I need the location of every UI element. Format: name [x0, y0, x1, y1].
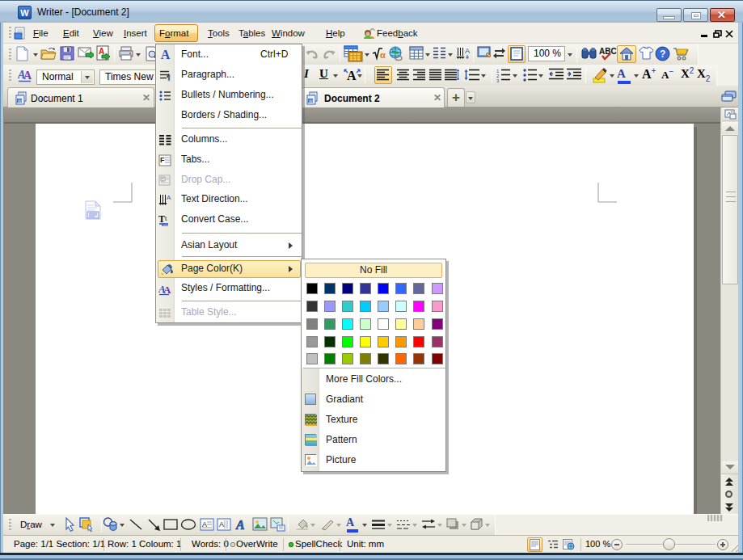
svg-text:T: T	[158, 213, 165, 225]
svg-text:A: A	[167, 194, 171, 201]
svg-text:¶: ¶	[167, 74, 171, 82]
svg-text:A: A	[465, 47, 470, 55]
svg-text:α: α	[380, 50, 386, 60]
svg-text:3: 3	[496, 78, 500, 82]
svg-text:A: A	[23, 69, 32, 82]
svg-text:t: t	[165, 214, 167, 222]
svg-text:A: A	[99, 47, 104, 56]
svg-text:A: A	[235, 518, 245, 532]
svg-text:?: ?	[660, 48, 665, 60]
svg-text:F: F	[160, 156, 165, 164]
svg-text:W: W	[18, 99, 22, 103]
svg-text:A: A	[163, 284, 171, 296]
svg-text:ABC: ABC	[599, 47, 617, 56]
svg-text:A: A	[219, 520, 224, 528]
svg-text:W: W	[309, 99, 313, 103]
svg-text:T: T	[162, 177, 165, 182]
